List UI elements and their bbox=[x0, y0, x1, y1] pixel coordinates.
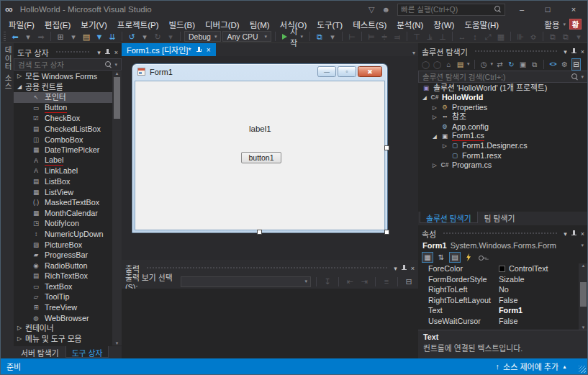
form-minimize-button[interactable]: — bbox=[317, 66, 336, 77]
properties-icon[interactable]: ⚙ bbox=[560, 59, 569, 70]
view-code-icon[interactable]: <> bbox=[548, 59, 558, 70]
profile-menu[interactable]: 활용 bbox=[544, 19, 559, 30]
toggle-wordwrap-icon[interactable]: ⊟ bbox=[403, 276, 415, 287]
tab-team-explorer[interactable]: 팀 탐색기 bbox=[479, 212, 521, 223]
tree-item-program[interactable]: ▷C#Program.cs bbox=[418, 161, 588, 170]
property-row-text[interactable]: Text Form1 bbox=[418, 305, 588, 316]
alphabetical-icon[interactable]: ⇅ bbox=[435, 252, 447, 263]
filter-dropdown-icon[interactable]: ▾ bbox=[491, 61, 494, 67]
search-options-icon[interactable]: ▾ bbox=[581, 74, 584, 80]
toolbox-item-picturebox[interactable]: ▨PictureBox bbox=[14, 240, 112, 250]
menu-debug[interactable]: 디버그(D) bbox=[200, 19, 245, 30]
size-to-grid-icon[interactable]: ▦ bbox=[495, 31, 507, 42]
account-avatar[interactable]: 황 bbox=[569, 19, 582, 30]
toolbox-search-input[interactable] bbox=[18, 60, 105, 69]
menu-edit[interactable]: 편집(E) bbox=[40, 19, 76, 30]
solution-platform-select[interactable]: Any CPU▾ bbox=[222, 31, 271, 42]
open-file-icon[interactable]: ▤ bbox=[81, 31, 92, 42]
scroll-down-icon[interactable]: ▼ bbox=[115, 341, 119, 345]
panel-grip[interactable] bbox=[474, 50, 557, 53]
quick-launch[interactable] bbox=[397, 4, 505, 16]
object-selector[interactable]: Form1 System.Windows.Forms.Form ▾ bbox=[418, 240, 588, 251]
panel-grip[interactable] bbox=[146, 266, 387, 270]
toolbox-group-all-winforms[interactable]: ▷모든 Windows Forms bbox=[14, 71, 112, 82]
same-height-icon[interactable]: ↕ bbox=[469, 31, 481, 42]
toolbox-item-notifyicon[interactable]: ◳NotifyIcon bbox=[14, 218, 112, 229]
switch-views-dropdown-icon[interactable]: ▾ bbox=[467, 61, 470, 67]
tree-item-properties[interactable]: ▷⚙Properties bbox=[418, 103, 588, 112]
menu-tools[interactable]: 도구(T) bbox=[312, 19, 348, 30]
tree-item-solution[interactable]: ▣솔루션 'HolloWorld' (1개 프로젝트) bbox=[418, 83, 588, 93]
scrollbar-thumb[interactable] bbox=[580, 282, 587, 307]
show-all-files-icon[interactable]: ⧉ bbox=[530, 59, 539, 70]
find-message-icon[interactable]: ↧ bbox=[322, 276, 333, 287]
design-label1[interactable]: label1 bbox=[249, 125, 271, 133]
design-form[interactable]: Form1 — ▫ ✖ label1 button1 bbox=[132, 64, 387, 232]
tree-item-project[interactable]: ◢C#HolloWorld bbox=[418, 93, 588, 102]
toolbox-item-richtextbox[interactable]: ▤RichTextBox bbox=[14, 271, 112, 281]
close-panel-icon[interactable]: × bbox=[581, 48, 584, 55]
tree-item-form1-designer[interactable]: ▷▢Form1.Designer.cs bbox=[418, 141, 588, 150]
nest-files-icon[interactable]: ▣ bbox=[518, 59, 528, 70]
property-row-righttoleft[interactable]: RightToLeft No bbox=[418, 284, 588, 295]
property-row-usewaitcursor[interactable]: UseWaitCursor False bbox=[418, 316, 588, 327]
menu-project[interactable]: 프로젝트(P) bbox=[112, 19, 164, 30]
toolbox-item-label[interactable]: ALabel bbox=[14, 155, 112, 166]
align-middles-icon[interactable]: ⫡ bbox=[424, 31, 435, 42]
align-lefts-icon[interactable]: ⊢ bbox=[346, 31, 358, 42]
home-icon[interactable]: ⌂ bbox=[444, 59, 453, 70]
maximize-button[interactable]: □ bbox=[538, 5, 557, 14]
toolbox-item-linklabel[interactable]: ALinkLabel bbox=[14, 166, 112, 176]
layout-overflow-icon[interactable]: ▾ bbox=[573, 31, 584, 42]
panel-grip[interactable] bbox=[55, 50, 91, 54]
back-icon[interactable]: ◯ bbox=[421, 59, 430, 70]
toolbox-item-listbox[interactable]: ▤ListBox bbox=[14, 176, 112, 187]
close-button[interactable]: × bbox=[564, 5, 583, 14]
toolbox-item-checkedlistbox[interactable]: ▤CheckedListBox bbox=[14, 124, 112, 135]
tree-item-appconfig[interactable]: ⚙App.config bbox=[418, 122, 588, 132]
toolbox-search[interactable]: ▾ bbox=[14, 58, 122, 71]
tree-item-references[interactable]: ▷▪▪참조 bbox=[418, 112, 588, 122]
collapse-all-icon[interactable]: ⊟ bbox=[571, 58, 581, 71]
search-options-icon[interactable]: ▾ bbox=[114, 62, 117, 68]
solution-search[interactable]: ▾ bbox=[418, 71, 588, 83]
events-icon[interactable] bbox=[463, 252, 474, 263]
toolbox-item-numericupdown[interactable]: ↕NumericUpDown bbox=[14, 229, 112, 240]
close-tab-icon[interactable]: × bbox=[207, 46, 211, 54]
window-position-icon[interactable]: ▾ bbox=[394, 265, 397, 272]
toolbox-item-monthcalendar[interactable]: ▦MonthCalendar bbox=[14, 208, 112, 219]
panel-grip[interactable] bbox=[443, 232, 557, 235]
horizontal-spacing-icon[interactable]: ⊪ bbox=[515, 31, 526, 42]
toolbox-item-listview[interactable]: ▦ListView bbox=[14, 187, 112, 198]
menu-view[interactable]: 보기(V) bbox=[76, 19, 112, 30]
window-position-icon[interactable]: ▾ bbox=[564, 48, 567, 55]
pin-icon[interactable] bbox=[571, 48, 577, 55]
menu-file[interactable]: 파일(F) bbox=[4, 19, 40, 30]
menu-test[interactable]: 테스트(S) bbox=[348, 19, 392, 30]
properties-view-icon[interactable]: ▤ bbox=[449, 252, 461, 263]
form-close-button[interactable]: ✖ bbox=[358, 66, 382, 77]
resize-handle-bottom[interactable] bbox=[257, 230, 262, 235]
property-row-righttoleftlayout[interactable]: RightToLeftLayout False bbox=[418, 295, 588, 306]
sync-selection-icon[interactable]: ⇄ bbox=[495, 59, 505, 70]
toolbox-item-webbrowser[interactable]: ◍WebBrowser bbox=[14, 313, 112, 324]
find-in-files-icon[interactable]: ⧉ bbox=[314, 31, 325, 42]
align-tops-icon[interactable]: ⊤ bbox=[411, 31, 422, 42]
toolbox-item-textbox[interactable]: ▭TextBox bbox=[14, 281, 112, 292]
data-sources-vertical-tab[interactable]: 데이터 소스 bbox=[3, 46, 14, 90]
form-titlebar[interactable]: Form1 — ▫ ✖ bbox=[132, 64, 387, 79]
menu-help[interactable]: 도움말(H) bbox=[459, 19, 504, 30]
save-all-icon[interactable]: ⇊ bbox=[107, 31, 118, 42]
minimize-button[interactable]: – bbox=[512, 5, 531, 14]
switch-views-icon[interactable]: ▤ bbox=[456, 59, 465, 70]
toolbox-item-combobox[interactable]: ◫ComboBox bbox=[14, 135, 112, 145]
categorized-icon[interactable]: ▦ bbox=[422, 252, 433, 263]
scroll-up-icon[interactable]: ▲ bbox=[582, 263, 586, 268]
scrollbar-thumb[interactable] bbox=[114, 77, 120, 119]
align-bottoms-icon[interactable]: ⊥ bbox=[437, 31, 448, 42]
form-maximize-button[interactable]: ▫ bbox=[338, 66, 356, 77]
toolbox-item-radiobutton[interactable]: ◉RadioButton bbox=[14, 261, 112, 271]
tree-item-form1[interactable]: ◢▣Form1.cs bbox=[418, 132, 588, 141]
toolbox-item-button[interactable]: ▭Button bbox=[14, 103, 112, 114]
pending-changes-filter-icon[interactable]: ◷ bbox=[479, 59, 489, 70]
